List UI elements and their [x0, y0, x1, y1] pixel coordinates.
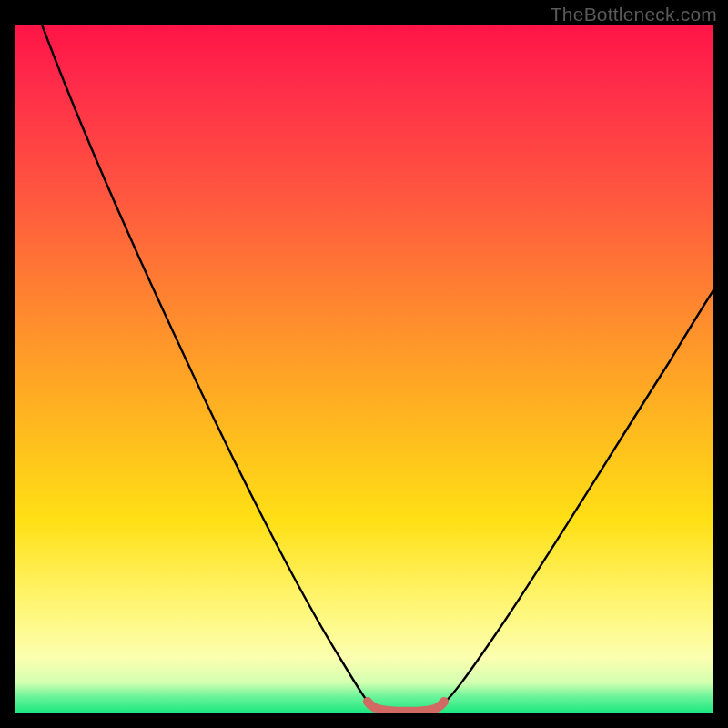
- highlight-segment: [368, 702, 444, 712]
- right-curve: [440, 290, 713, 706]
- plot-area: [15, 25, 713, 713]
- bottleneck-curve: [15, 25, 713, 713]
- left-curve: [42, 25, 371, 706]
- watermark: TheBottleneck.com: [551, 4, 717, 25]
